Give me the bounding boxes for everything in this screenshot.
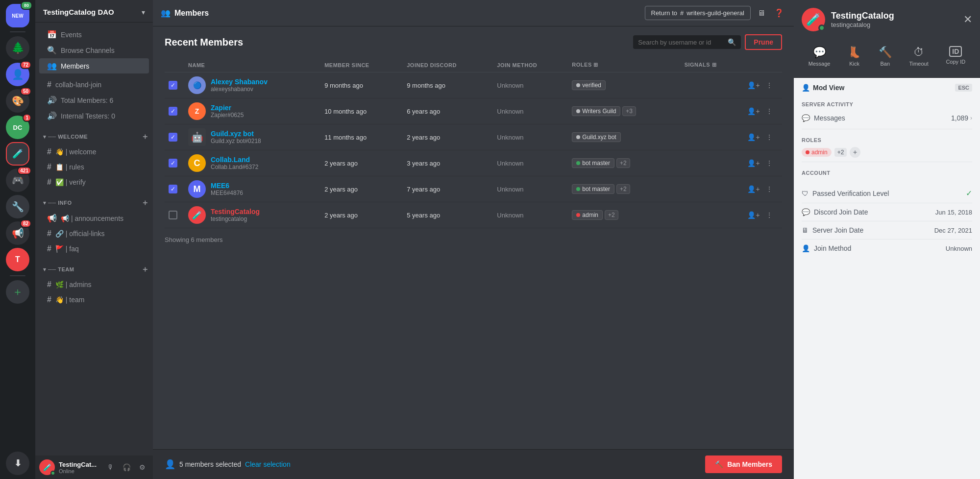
member-name[interactable]: Collab.Land [211, 156, 258, 164]
extra-roles-badge[interactable]: +2 [616, 158, 630, 168]
more-options-button[interactable]: ⋮ [762, 130, 776, 144]
server-icon-t[interactable]: T [6, 248, 29, 271]
sidebar-item-verify[interactable]: # ✅ | verify [39, 175, 149, 190]
user-bar-icons: 🎙 🎧 ⚙ [104, 460, 149, 474]
add-role-button[interactable]: ＋ [850, 147, 860, 158]
message-action-button[interactable]: 💬 Message [804, 43, 835, 70]
roles-extra-badge[interactable]: +2 [834, 148, 847, 157]
member-checkbox-alexey[interactable]: ✓ [169, 81, 177, 90]
category-welcome[interactable]: ▾ ── WELCOME ＋ [35, 124, 153, 144]
messages-label: 💬 Messages [802, 114, 845, 122]
settings-button[interactable]: ⚙ [135, 460, 149, 474]
extra-roles-badge[interactable]: +2 [616, 184, 630, 194]
add-member-role-button[interactable]: 👤+ [747, 104, 760, 118]
mute-button[interactable]: 🎙 [104, 460, 118, 474]
member-checkbox-guild[interactable]: ✓ [169, 133, 177, 142]
member-checkbox-testingcatalog[interactable] [169, 211, 177, 219]
extra-roles-badge[interactable]: +2 [605, 210, 618, 220]
kick-action-button[interactable]: 👢 Kick [843, 43, 866, 70]
deafen-button[interactable]: 🎧 [120, 460, 133, 474]
return-to-channel-button[interactable]: Return to # writers-guild-general [645, 6, 751, 20]
search-input[interactable] [638, 39, 725, 46]
sidebar-item-faq[interactable]: # 🚩 | faq [39, 241, 149, 256]
member-name[interactable]: Zapier [211, 104, 244, 112]
server-icon-game[interactable]: 🎮 421 [6, 168, 29, 192]
prune-button[interactable]: Prune [745, 34, 782, 50]
help-icon[interactable]: ❓ [772, 6, 786, 20]
hash-icon: # [47, 244, 51, 253]
member-username: Guild.xyz bot#0218 [211, 138, 261, 144]
copy-id-action-button[interactable]: ID Copy ID [941, 43, 970, 70]
member-since: 11 months ago [320, 124, 403, 150]
sidebar-item-internal-testers[interactable]: 🔊 Internal Testers: 0 [39, 108, 149, 123]
more-options-button[interactable]: ⋮ [762, 104, 776, 118]
server-icon-1[interactable]: 👤 72 [6, 63, 29, 86]
signals-cell [681, 124, 743, 150]
server-icon-dc[interactable]: DC 1 [6, 116, 29, 139]
browse-icon: 🔍 [47, 46, 57, 55]
sidebar-item-rules[interactable]: # 📋 | rules [39, 160, 149, 174]
add-member-role-button[interactable]: 👤+ [747, 182, 760, 196]
server-icon-announce[interactable]: 📢 82 [6, 221, 29, 245]
sidebar-item-team[interactable]: # 👋 | team [39, 292, 149, 307]
messages-stat-row[interactable]: 💬 Messages 1,089 › [802, 111, 972, 125]
server-icon-new[interactable]: NEW 80 [6, 4, 29, 27]
server-icon-wrench[interactable]: 🔧 [6, 195, 29, 218]
server-join-row: 🖥 Server Join Date Dec 27, 2021 [794, 221, 980, 239]
server-divider [10, 31, 25, 32]
sidebar-item-collab-join[interactable]: # collab-land-join [39, 77, 149, 92]
add-member-role-button[interactable]: 👤+ [747, 78, 760, 92]
sidebar-item-welcome[interactable]: # 👋 | welcome [39, 144, 149, 159]
sidebar-item-label: 📋 | rules [55, 163, 84, 171]
member-name[interactable]: Guild.xyz bot [211, 130, 261, 138]
add-member-role-button[interactable]: 👤+ [747, 156, 760, 170]
sidebar-item-admins[interactable]: # 🌿 | admins [39, 277, 149, 292]
add-channel-info-button[interactable]: ＋ [141, 198, 149, 208]
signals-filter-icon[interactable]: ⊞ [712, 62, 717, 68]
sidebar-item-browse-channels[interactable]: 🔍 Browse Channels [39, 43, 149, 58]
esc-badge[interactable]: ESC [955, 84, 972, 92]
sidebar-item-total-members[interactable]: 🔊 Total Members: 6 [39, 93, 149, 108]
extra-roles-badge[interactable]: +3 [622, 106, 636, 116]
member-name[interactable]: MEE6 [211, 182, 243, 190]
member-checkbox-collab[interactable]: ✓ [169, 159, 177, 168]
server-icon-tc[interactable]: 🧪 [6, 142, 29, 166]
sidebar-item-announcements[interactable]: 📢 📢 | announcements [39, 211, 149, 226]
add-member-role-button[interactable]: 👤+ [747, 208, 760, 222]
member-checkbox-mee6[interactable]: ✓ [169, 185, 177, 193]
row-actions: 👤+ ⋮ [747, 182, 778, 196]
category-team[interactable]: ▾ ── TEAM ＋ [35, 257, 153, 277]
discord-icon: 💬 [802, 208, 810, 216]
ban-action-button[interactable]: 🔨 Ban [874, 43, 897, 70]
clear-selection-link[interactable]: Clear selection [245, 460, 291, 468]
add-member-role-button[interactable]: 👤+ [747, 130, 760, 144]
sidebar-item-label: Internal Testers: 0 [61, 112, 115, 120]
more-options-button[interactable]: ⋮ [762, 182, 776, 196]
close-panel-button[interactable]: ✕ [963, 14, 972, 25]
server-icon-2[interactable]: 🎨 50 [6, 89, 29, 113]
add-channel-button[interactable]: ＋ [141, 132, 149, 142]
more-options-button[interactable]: ⋮ [762, 78, 776, 92]
add-channel-team-button[interactable]: ＋ [141, 264, 149, 275]
member-name[interactable]: Alexey Shabanov [211, 78, 268, 86]
roles-filter-icon[interactable]: ⊞ [593, 62, 598, 68]
server-icon-tree[interactable]: 🌲 [6, 36, 29, 60]
server-header[interactable]: TestingCatalog DAO ▾ [35, 0, 153, 23]
server-icon-download[interactable]: ⬇ [6, 452, 29, 475]
category-info[interactable]: ▾ ── INFO ＋ [35, 190, 153, 210]
panel-avatar: 🧪 [802, 8, 825, 31]
hash-icon: # [47, 178, 51, 187]
more-options-button[interactable]: ⋮ [762, 208, 776, 222]
add-server-button[interactable]: ＋ [6, 280, 29, 304]
member-checkbox-zapier[interactable]: ✓ [169, 107, 177, 116]
member-name[interactable]: TestingCatalog [211, 208, 260, 216]
sidebar-item-label: ✅ | verify [55, 178, 86, 186]
ban-members-button[interactable]: 🔨 Ban Members [705, 455, 782, 473]
sidebar-item-label: collab-land-join [55, 81, 101, 89]
sidebar-item-members[interactable]: 👥 Members [39, 58, 149, 73]
more-options-button[interactable]: ⋮ [762, 156, 776, 170]
timeout-action-button[interactable]: ⏱ Timeout [904, 43, 933, 70]
monitor-icon[interactable]: 🖥 [755, 6, 768, 20]
sidebar-item-events[interactable]: 📅 Events [39, 27, 149, 42]
sidebar-item-official-links[interactable]: # 🔗 | official-links [39, 226, 149, 241]
